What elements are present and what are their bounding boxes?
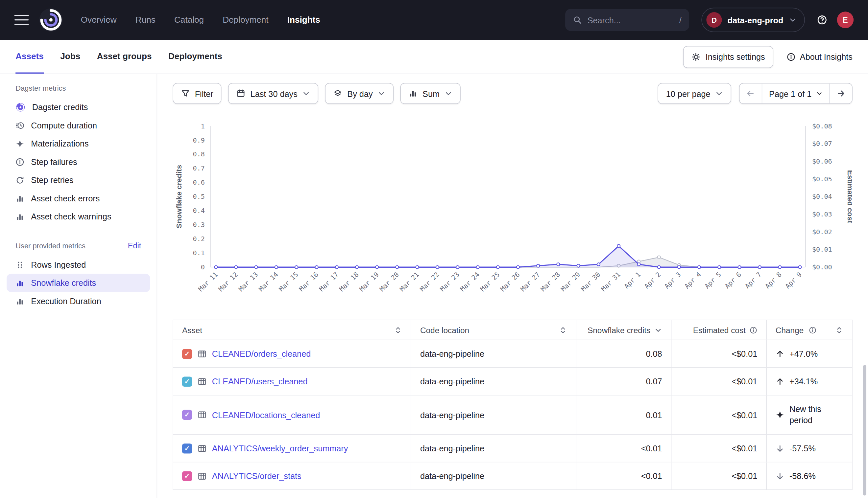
help-button[interactable] bbox=[817, 15, 827, 25]
tab-deployments[interactable]: Deployments bbox=[168, 40, 222, 74]
chart-toolbar: Filter Last 30 days By day Sum bbox=[173, 83, 853, 104]
sort-icon[interactable] bbox=[559, 326, 567, 334]
sidebar-item-step-failures[interactable]: Step failures bbox=[7, 153, 150, 171]
error-circle-icon bbox=[15, 157, 24, 166]
svg-text:0: 0 bbox=[201, 263, 205, 271]
asset-link[interactable]: CLEANED/locations_cleaned bbox=[212, 410, 320, 419]
sidebar-item-materializations[interactable]: Materializations bbox=[7, 134, 150, 153]
sidebar-item-rows-ingested[interactable]: Rows Ingested bbox=[7, 255, 150, 274]
column-header-change[interactable]: Change bbox=[767, 320, 852, 340]
sidebar-item-execution-duration[interactable]: Execution Duration bbox=[7, 292, 150, 311]
code-location-value: data-eng-pipeline bbox=[420, 410, 484, 419]
date-range-dropdown[interactable]: Last 30 days bbox=[228, 83, 319, 104]
sparkle-icon bbox=[15, 139, 24, 148]
about-insights-link[interactable]: About Insights bbox=[787, 52, 852, 62]
column-header-asset[interactable]: Asset bbox=[173, 320, 411, 340]
svg-text:Mar 27: Mar 27 bbox=[519, 270, 541, 293]
svg-text:0.3: 0.3 bbox=[193, 221, 204, 228]
svg-text:$0.07: $0.07 bbox=[812, 140, 832, 147]
question-circle-icon bbox=[817, 15, 827, 25]
dagster-logo[interactable] bbox=[39, 8, 63, 32]
asset-link[interactable]: ANALYTICS/order_stats bbox=[212, 471, 302, 481]
table-asset-icon bbox=[197, 410, 206, 419]
edit-user-metrics-link[interactable]: Edit bbox=[128, 241, 141, 250]
row-checkbox[interactable] bbox=[182, 410, 192, 420]
info-icon[interactable] bbox=[750, 326, 757, 334]
per-page-dropdown[interactable]: 10 per page bbox=[658, 83, 731, 104]
svg-text:$0.03: $0.03 bbox=[812, 210, 832, 218]
svg-text:Apr 7: Apr 7 bbox=[743, 270, 763, 290]
assets-table: Asset Code location Snowflake credits Es… bbox=[173, 319, 853, 490]
svg-text:Mar 20: Mar 20 bbox=[378, 270, 401, 293]
bar-chart-icon bbox=[15, 194, 24, 203]
sidebar-item-label: Asset check warnings bbox=[31, 212, 111, 221]
sidebar-item-label: Step failures bbox=[31, 157, 77, 167]
credits-value: 0.08 bbox=[646, 349, 662, 358]
hamburger-menu-icon[interactable] bbox=[14, 15, 29, 25]
group-by-label: By day bbox=[347, 89, 372, 98]
row-checkbox[interactable] bbox=[182, 377, 192, 386]
search-shortcut-hint: / bbox=[679, 15, 681, 25]
row-checkbox[interactable] bbox=[182, 471, 192, 481]
sidebar-item-asset-check-errors[interactable]: Asset check errors bbox=[7, 189, 150, 208]
snowflake-credits-chart: Snowflake creditsEstimated cost00.10.20.… bbox=[173, 123, 853, 306]
column-header-estimated-cost[interactable]: Estimated cost bbox=[672, 320, 767, 340]
row-checkbox[interactable] bbox=[182, 349, 192, 359]
tab-assets[interactable]: Assets bbox=[15, 40, 44, 74]
nav-link-runs[interactable]: Runs bbox=[136, 15, 155, 25]
deployment-switcher[interactable]: D data-eng-prod bbox=[702, 8, 805, 32]
info-icon[interactable] bbox=[809, 326, 817, 334]
aggregation-label: Sum bbox=[422, 89, 439, 98]
previous-page-button[interactable] bbox=[740, 83, 762, 104]
info-icon bbox=[787, 52, 795, 61]
vertical-scrollbar[interactable] bbox=[863, 365, 866, 495]
svg-text:Mar 24: Mar 24 bbox=[459, 270, 481, 293]
user-avatar[interactable]: E bbox=[837, 12, 854, 28]
sidebar-item-label: Step retries bbox=[31, 175, 73, 185]
sidebar-item-snowflake-credits[interactable]: Snowflake credits bbox=[7, 274, 150, 292]
sort-icon[interactable] bbox=[394, 326, 402, 334]
aggregation-dropdown[interactable]: Sum bbox=[400, 83, 461, 104]
svg-text:Mar 31: Mar 31 bbox=[599, 270, 622, 293]
search-input[interactable] bbox=[588, 15, 674, 25]
sort-icon[interactable] bbox=[835, 326, 843, 334]
row-checkbox[interactable] bbox=[182, 443, 192, 453]
page-indicator[interactable]: Page 1 of 1 bbox=[762, 83, 829, 104]
change-cell: +34.1% bbox=[767, 368, 852, 395]
cost-value: <$0.01 bbox=[731, 471, 757, 481]
metrics-sidebar: Dagster metrics Dagster credits Compute … bbox=[0, 74, 157, 498]
tab-asset-groups[interactable]: Asset groups bbox=[97, 40, 152, 74]
column-header-code-location[interactable]: Code location bbox=[411, 320, 576, 340]
code-location-cell: data-eng-pipeline bbox=[411, 368, 576, 395]
asset-link[interactable]: CLEANED/orders_cleaned bbox=[212, 349, 311, 358]
table-asset-icon bbox=[197, 444, 206, 453]
asset-link[interactable]: ANALYTICS/weekly_order_summary bbox=[212, 444, 348, 453]
sidebar-item-compute-duration[interactable]: Compute duration bbox=[7, 116, 150, 135]
bar-chart-icon bbox=[15, 278, 24, 287]
asset-link[interactable]: CLEANED/users_cleaned bbox=[212, 377, 308, 386]
group-by-dropdown[interactable]: By day bbox=[325, 83, 394, 104]
bar-chart-icon bbox=[15, 212, 24, 221]
chevron-down-icon bbox=[378, 90, 386, 97]
sparkle-icon bbox=[776, 410, 784, 419]
table-row: ANALYTICS/order_stats data-eng-pipeline … bbox=[173, 462, 852, 490]
column-label: Change bbox=[776, 326, 804, 335]
sidebar-item-dagster-credits[interactable]: Dagster credits bbox=[7, 98, 150, 116]
nav-link-deployment[interactable]: Deployment bbox=[222, 15, 268, 25]
credits-cell: <0.01 bbox=[576, 435, 672, 462]
nav-link-overview[interactable]: Overview bbox=[81, 15, 117, 25]
next-page-button[interactable] bbox=[829, 83, 852, 104]
filter-button[interactable]: Filter bbox=[173, 83, 221, 104]
deployment-avatar: D bbox=[706, 12, 722, 28]
sidebar-item-asset-check-warnings[interactable]: Asset check warnings bbox=[7, 207, 150, 226]
sidebar-item-step-retries[interactable]: Step retries bbox=[7, 171, 150, 189]
change-cell: -57.5% bbox=[767, 435, 852, 462]
nav-link-catalog[interactable]: Catalog bbox=[174, 15, 204, 25]
search-box[interactable]: / bbox=[565, 9, 689, 31]
insights-settings-button[interactable]: Insights settings bbox=[683, 45, 773, 68]
table-row: CLEANED/users_cleaned data-eng-pipeline … bbox=[173, 368, 852, 395]
tab-jobs[interactable]: Jobs bbox=[60, 40, 80, 74]
chevron-down-icon[interactable] bbox=[654, 326, 662, 334]
nav-link-insights[interactable]: Insights bbox=[288, 15, 320, 25]
column-header-snowflake-credits[interactable]: Snowflake credits bbox=[576, 320, 672, 340]
